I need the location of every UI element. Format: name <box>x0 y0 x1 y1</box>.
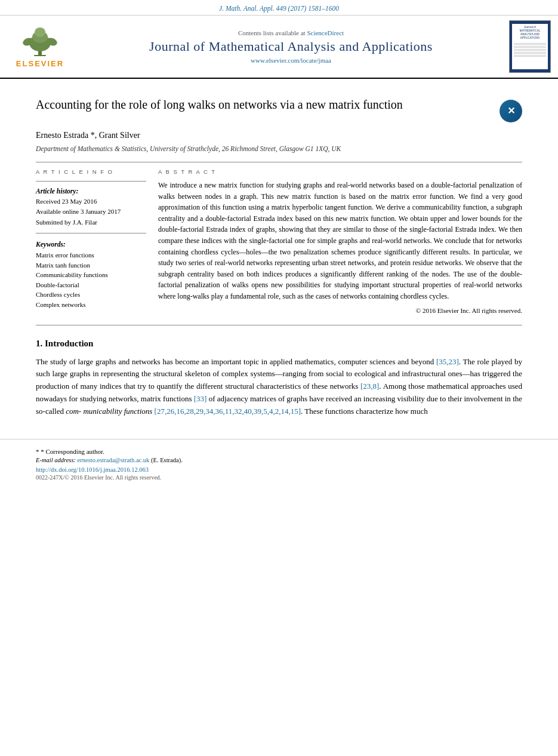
footnote-corresponding-text: * Corresponding author. <box>41 448 104 455</box>
footnote-email-line: E-mail address: ernesto.estrada@strath.a… <box>36 457 522 463</box>
svg-point-3 <box>35 27 45 37</box>
history-item-0: Received 23 May 2016 <box>36 197 146 206</box>
doi-line: http://dx.doi.org/10.1016/j.jmaa.2016.12… <box>36 466 522 473</box>
footnote-star-symbol: * <box>36 448 41 455</box>
article-info-column: A R T I C L E I N F O Article history: R… <box>36 168 146 314</box>
history-item-2: Submitted by J.A. Filar <box>36 218 146 227</box>
keyword-4: Chordless cycles <box>36 290 146 300</box>
keyword-2: Communicability functions <box>36 270 146 280</box>
article-title-text: Accounting for the role of long walks on… <box>36 97 494 113</box>
ref-35-23[interactable]: [35,23] <box>436 357 459 366</box>
abstract-column: A B S T R A C T We introduce a new matri… <box>158 168 522 314</box>
main-content: Accounting for the role of long walks on… <box>0 79 558 433</box>
footnote-corresponding: * * Corresponding author. <box>36 448 522 455</box>
elsevier-logo: ELSEVIER <box>7 25 73 68</box>
ref-23-8[interactable]: [23,8] <box>360 382 379 391</box>
keyword-3: Double-factorial <box>36 280 146 290</box>
communicability-italic: com- municability functions <box>66 407 152 416</box>
authors: Ernesto Estrada *, Grant Silver <box>36 131 522 140</box>
keyword-0: Matrix error functions <box>36 250 146 260</box>
elsevier-brand-text: ELSEVIER <box>16 59 64 68</box>
intro-paragraph-1: The study of large graphs and networks h… <box>36 356 522 418</box>
journal-reference-bar: J. Math. Anal. Appl. 449 (2017) 1581–160… <box>0 0 558 16</box>
doi-link[interactable]: http://dx.doi.org/10.1016/j.jmaa.2016.12… <box>36 466 149 473</box>
page-container: J. Math. Anal. Appl. 449 (2017) 1581–160… <box>0 0 558 756</box>
journal-url-link[interactable]: www.elsevier.com/locate/jmaa <box>251 57 331 64</box>
keywords-label: Keywords: <box>36 241 146 248</box>
section-title-text: Introduction <box>45 339 93 348</box>
email-suffix: (E. Estrada). <box>151 457 183 463</box>
cover-lines <box>514 42 546 58</box>
divider-top <box>36 162 522 162</box>
history-item-1: Available online 3 January 2017 <box>36 207 146 216</box>
divider-intro <box>36 325 522 325</box>
contents-available-text: Contents lists available at ScienceDirec… <box>79 29 503 36</box>
svg-rect-6 <box>34 55 46 56</box>
journal-url: www.elsevier.com/locate/jmaa <box>79 57 503 64</box>
article-info-abstract-row: A R T I C L E I N F O Article history: R… <box>36 168 522 314</box>
journal-center: Contents lists available at ScienceDirec… <box>73 29 509 64</box>
abstract-text: We introduce a new matrix function for s… <box>158 180 522 302</box>
journal-reference-text: J. Math. Anal. Appl. 449 (2017) 1581–160… <box>219 5 339 12</box>
page-footer: * * Corresponding author. E-mail address… <box>0 439 558 485</box>
ref-33[interactable]: [33] <box>194 394 207 403</box>
email-link[interactable]: ernesto.estrada@strath.ac.uk <box>78 457 150 463</box>
crossmark-badge[interactable]: ✕ <box>500 100 522 122</box>
section-number: 1. <box>36 339 42 348</box>
affiliation: Department of Mathematics & Statistics, … <box>36 144 522 153</box>
divider-article-info <box>36 181 146 182</box>
copyright-line: © 2016 Elsevier Inc. All rights reserved… <box>158 307 522 314</box>
keyword-5: Complex networks <box>36 300 146 310</box>
intro-section: 1. Introduction The study of large graph… <box>36 339 522 418</box>
keyword-1: Matrix tanh function <box>36 260 146 271</box>
ref-communicability[interactable]: [27,26,16,28,29,34,36,11,32,40,39,5,4,2,… <box>155 407 301 416</box>
journal-cover-thumbnail: Journal ofMATHEMATICALANALYSIS ANDAPPLIC… <box>509 20 551 73</box>
cover-title-text: Journal ofMATHEMATICALANALYSIS ANDAPPLIC… <box>520 26 541 39</box>
journal-cover-inner: Journal ofMATHEMATICALANALYSIS ANDAPPLIC… <box>512 24 548 69</box>
section-title: 1. Introduction <box>36 339 522 349</box>
crossmark-icon: ✕ <box>507 105 515 118</box>
elsevier-tree-icon <box>16 25 64 58</box>
divider-keywords <box>36 233 146 233</box>
abstract-label: A B S T R A C T <box>158 168 522 175</box>
email-label: E-mail address: <box>36 457 76 463</box>
journal-title: Journal of Mathematical Analysis and App… <box>79 39 503 54</box>
article-title-row: Accounting for the role of long walks on… <box>36 97 522 122</box>
journal-banner: ELSEVIER Contents lists available at Sci… <box>0 16 558 79</box>
article-info-label: A R T I C L E I N F O <box>36 168 146 175</box>
history-label: Article history: <box>36 188 146 195</box>
issn-line: 0022-247X/© 2016 Elsevier Inc. All right… <box>36 474 522 481</box>
sciencedirect-link[interactable]: ScienceDirect <box>307 29 344 36</box>
author-names: Ernesto Estrada *, Grant Silver <box>36 131 140 140</box>
